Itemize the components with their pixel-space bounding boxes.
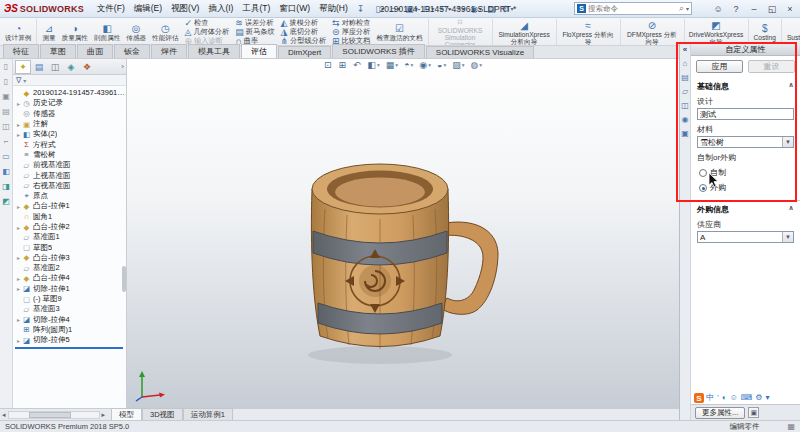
appearances-tab[interactable]: ◉ <box>682 116 689 124</box>
tree-item[interactable]: ▸ ◪ 切除-拉伸4 <box>15 315 126 325</box>
menu-item[interactable]: 文件(F) <box>93 2 129 16</box>
ime-logo-icon[interactable]: S <box>694 393 704 403</box>
radio-make[interactable]: 自制 <box>699 167 794 178</box>
tree-item[interactable]: ▸ ◆ 凸台-拉伸4 <box>15 273 126 283</box>
costing-button[interactable]: $ Costing <box>751 19 782 45</box>
tree-item[interactable]: ▱ 基准面3 <box>15 304 126 314</box>
side-toolbar-icon-6[interactable]: ⌐ <box>4 138 9 146</box>
tree-item[interactable]: ⌖ 原点 <box>15 191 126 201</box>
graphics-viewport[interactable]: ⊡ ⊞ ↶ ◧▾ ▦▾ ◓▾ ◉▾ ◒▾ ▨▾ ◍▾ <box>127 59 679 408</box>
tree-item[interactable]: ▸ ◆ 凸台-拉伸1 <box>15 201 126 211</box>
menu-item[interactable]: 窗口(W) <box>275 2 314 16</box>
dfmxpress-wizard-button[interactable]: ⊘ DFMXpress 分析向导 <box>623 19 685 45</box>
side-toolbar-icon-5[interactable]: ◫ <box>2 123 10 131</box>
collapse-section-icon[interactable]: ∧ <box>788 81 794 92</box>
expand-arrow-icon[interactable]: ▸ <box>15 285 22 292</box>
menu-item[interactable]: 编辑(E) <box>130 2 166 16</box>
measure-button[interactable]: ⊿ 测量 <box>39 19 58 45</box>
side-toolbar-icon-9[interactable]: ◨ <box>2 183 10 191</box>
menu-item[interactable]: 帮助(H) <box>315 2 352 16</box>
snapshot-icon[interactable]: ▣ <box>748 407 759 418</box>
search-icon[interactable]: ⌕ <box>679 3 684 14</box>
simulation-connector-button[interactable]: ⌗ SOLIDWORKS Simulation Connector <box>431 19 493 45</box>
sustainability-button[interactable]: ♻ Sustainability <box>784 19 800 45</box>
configurationmanager-tab[interactable]: ◫ <box>47 60 63 74</box>
file-explorer-tab[interactable]: ▱ <box>682 88 688 96</box>
tree-item[interactable]: ▸ ▣ 注解 <box>15 119 126 129</box>
ribbon-tab[interactable]: 特征 <box>3 44 39 58</box>
expand-arrow-icon[interactable]: ▸ <box>15 131 22 138</box>
chevron-down-icon[interactable]: ▼ <box>782 232 793 242</box>
zoom-fit-icon[interactable]: ⊡ <box>324 60 333 70</box>
tree-item[interactable]: ▸ ◧ 实体(2) <box>15 129 126 139</box>
tree-item[interactable]: ▱ 右视基准面 <box>15 181 126 191</box>
ribbon-tab[interactable]: DimXpert <box>278 46 331 58</box>
menu-item[interactable]: 插入(I) <box>204 2 237 16</box>
collapse-pane-icon[interactable]: « <box>683 45 687 54</box>
scrollbar-thumb[interactable] <box>29 412 71 418</box>
expand-arrow-icon[interactable]: ▸ <box>15 100 22 107</box>
expand-arrow-icon[interactable]: ▸ <box>15 121 22 128</box>
tree-item[interactable]: ▱ 基准面2 <box>15 263 126 273</box>
tree-item[interactable]: ▸ ◆ 凸台-拉伸2 <box>15 222 126 232</box>
ribbon-tab[interactable]: 草图 <box>40 44 76 58</box>
menu-item[interactable]: 工具(T) <box>238 2 274 16</box>
expand-arrow-icon[interactable]: ▸ <box>15 224 22 231</box>
previous-view-icon[interactable]: ↶ <box>353 60 362 70</box>
material-select[interactable]: 雪松树 ▼ <box>697 136 794 148</box>
menu-item[interactable]: 视图(V) <box>167 2 203 16</box>
command-search[interactable]: S ⌕ ▾ <box>574 2 692 15</box>
radio-buy[interactable]: 外购 <box>699 182 794 193</box>
ribbon-tab[interactable]: SOLIDWORKS 插件 <box>332 44 424 58</box>
section-basic-info[interactable]: 基础信息 ∧ <box>697 81 794 92</box>
tree-item[interactable]: ◎ 传感器 <box>15 109 126 119</box>
ribbon-tab[interactable]: 评估 <box>241 44 277 58</box>
mug-model[interactable] <box>277 131 507 381</box>
ribbon-tab[interactable]: 钣金 <box>114 44 150 58</box>
performance-evaluation-button[interactable]: ◷ 性能评估 <box>149 19 181 45</box>
zoom-area-icon[interactable]: ⊞ <box>338 60 347 70</box>
radio-make-circle[interactable] <box>699 169 707 177</box>
view-orientation-icon[interactable]: ▦▾ <box>386 60 398 70</box>
ribbon-tab[interactable]: 曲面 <box>77 44 113 58</box>
radio-buy-circle[interactable] <box>699 184 707 192</box>
tree-item[interactable]: ▱ 上视基准面 <box>15 170 126 180</box>
restore-button[interactable]: ◱ <box>764 2 780 15</box>
expand-arrow-icon[interactable]: ▸ <box>15 275 22 282</box>
rollback-bar[interactable] <box>15 347 123 349</box>
tree-item[interactable]: ⊞ 阵列(圆周)1 <box>15 325 126 335</box>
ime-emoji-icon[interactable]: ☺ <box>730 393 738 403</box>
display-style-icon[interactable]: ◓▾ <box>404 60 413 70</box>
pin-menu-icon[interactable]: ↧ <box>357 4 365 14</box>
supplier-select[interactable]: A ▼ <box>697 231 794 243</box>
parting-line-analysis-button[interactable]: ⋔ 分型线分析 <box>278 36 329 45</box>
side-toolbar-icon-3[interactable]: ▣ <box>2 93 10 101</box>
tree-item[interactable]: ▸ ◪ 切除-拉伸5 <box>15 335 126 345</box>
side-toolbar-icon-8[interactable]: ◧ <box>2 168 10 176</box>
tree-item[interactable]: ▱ 前视基准面 <box>15 160 126 170</box>
help-button[interactable]: ? <box>728 2 744 15</box>
more-properties-button[interactable]: 更多属性... <box>695 407 745 419</box>
tree-item[interactable]: ▱ 基准面1 <box>15 232 126 242</box>
search-dropdown-icon[interactable]: ▾ <box>686 5 689 12</box>
expand-arrow-icon[interactable]: ▸ <box>15 316 22 323</box>
search-input[interactable] <box>588 4 677 13</box>
minimize-button[interactable]: – <box>746 2 762 15</box>
collapse-section-icon[interactable]: ∧ <box>788 204 794 215</box>
mass-properties-button[interactable]: ◑ 质量属性 <box>59 19 91 45</box>
tree-item[interactable]: ▢ 草图5 <box>15 242 126 252</box>
ime-more-icon[interactable]: ▾ <box>766 393 770 403</box>
floxpress-wizard-button[interactable]: ≈ FloXpress 分析向导 <box>559 19 621 45</box>
tab-overflow-icon[interactable]: › <box>121 62 124 71</box>
resources-tab[interactable]: ⌂ <box>683 60 688 68</box>
horizontal-scrollbar[interactable] <box>8 411 100 419</box>
design-study-button[interactable]: ◔ 设计算例 <box>2 19 37 45</box>
ime-fullwidth-icon[interactable]: ◐ <box>722 393 727 403</box>
tree-filter[interactable]: ∇ ▾ <box>13 75 126 86</box>
section-view-icon[interactable]: ◧▾ <box>368 60 380 70</box>
scroll-left-icon[interactable]: ◂ <box>2 411 6 419</box>
side-toolbar-icon-10[interactable]: ◩ <box>2 198 10 206</box>
tree-item[interactable]: ∩ 圆角1 <box>15 212 126 222</box>
status-grid-icon[interactable]: ▦ <box>787 422 795 431</box>
ime-keyboard-icon[interactable]: ⌨ <box>741 393 753 403</box>
